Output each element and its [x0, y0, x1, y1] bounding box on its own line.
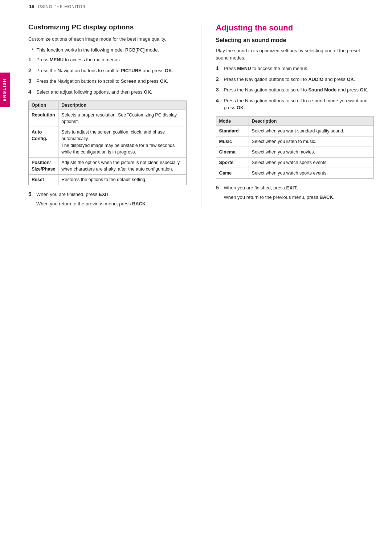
table-row: Cinema Select when you watch movies.	[216, 147, 374, 157]
table-cell-option: AutoConfig.	[29, 127, 58, 157]
table-header-option: Option	[29, 101, 58, 110]
left-intro-text: Customize options of each image mode for…	[28, 36, 187, 43]
right-main-title: Adjusting the sound	[216, 23, 374, 33]
table-cell-description: Adjusts the options when the picture is …	[58, 157, 186, 174]
table-row: Position/Size/Phase Adjusts the options …	[29, 157, 187, 174]
right-intro-text: Play the sound in its optimized settings…	[216, 47, 374, 61]
table-cell-description: Select when you watch movies.	[249, 147, 373, 157]
table-row: Sports Select when you watch sports even…	[216, 157, 374, 168]
left-finish-step: 5 When you are finished, press EXIT.	[28, 191, 187, 198]
right-step-3: 3 Press the Navigation buttons to scroll…	[216, 86, 374, 94]
left-column: Customizing PC display options Customize…	[28, 23, 187, 209]
table-cell-option: Position/Size/Phase	[29, 157, 58, 174]
content-area: Customizing PC display options Customize…	[10, 12, 392, 220]
right-steps-list: 1 Press MENU to access the main menus. 2…	[216, 65, 374, 111]
right-step-1: 1 Press MENU to access the main menus.	[216, 65, 374, 72]
table-row: Reset Restores the options to the defaul…	[29, 175, 187, 185]
sound-mode-table: Mode Description Standard Select when yo…	[216, 116, 374, 179]
right-finish-step: 5 When you are finished, press EXIT.	[216, 184, 374, 192]
table-row: AutoConfig. Sets to adjust the screen po…	[29, 127, 187, 157]
table-row: Standard Select when you want standard-q…	[216, 126, 374, 136]
table-cell-mode: Cinema	[216, 147, 249, 157]
right-column: Adjusting the sound Selecting an sound m…	[216, 23, 374, 209]
table-cell-mode: Standard	[216, 126, 249, 136]
left-section-title: Customizing PC display options	[28, 23, 187, 31]
table-cell-description: Select when you want standard-quality so…	[249, 126, 373, 136]
table-cell-option: Reset	[29, 175, 58, 185]
right-finish-subtext: When you return to the previous menu, pr…	[224, 194, 374, 201]
right-sub-title: Selecting an sound mode	[216, 37, 374, 44]
table-header-description: Description	[58, 101, 186, 110]
top-bar: 18 USING THE MONITOR	[0, 0, 392, 12]
left-step-2: 2 Press the Navigation buttons to scroll…	[28, 67, 187, 74]
table-cell-description: Select when you listen to music.	[249, 136, 373, 147]
table-cell-mode: Game	[216, 168, 249, 179]
table-cell-description: Sets to adjust the screen position, cloc…	[58, 127, 186, 157]
page-container: 18 USING THE MONITOR ENGLISH Customizing…	[0, 0, 392, 553]
page-section-title: USING THE MONITOR	[38, 4, 86, 9]
table-cell-mode: Music	[216, 136, 249, 147]
left-step-4: 4 Select and adjust following options, a…	[28, 89, 187, 96]
table-header-description: Description	[249, 116, 373, 126]
table-cell-description: Selects a proper resolution. See "Custom…	[58, 110, 186, 127]
bullet-item: This function works in the following mod…	[32, 46, 187, 54]
right-step-4: 4 Press the Navigation buttons to scroll…	[216, 97, 374, 111]
table-cell-mode: Sports	[216, 157, 249, 168]
left-step-1: 1 Press MENU to access the main menus.	[28, 56, 187, 64]
left-steps-list: 1 Press MENU to access the main menus. 2…	[28, 56, 187, 95]
bullet-text: This function works in the following mod…	[37, 46, 159, 54]
table-cell-description: Select when you watch sports events.	[249, 168, 373, 179]
sidebar-english-label: ENGLISH	[0, 73, 10, 107]
table-cell-option: Resolution	[29, 110, 58, 127]
right-step-2: 2 Press the Navigation buttons to scroll…	[216, 76, 374, 83]
table-row: Music Select when you listen to music.	[216, 136, 374, 147]
table-cell-description: Select when you watch sports events.	[249, 157, 373, 168]
table-row: Game Select when you watch sports events…	[216, 168, 374, 179]
left-finish-subtext: When you return to the previous menu, pr…	[36, 200, 187, 208]
page-number: 18	[29, 4, 34, 9]
options-table: Option Description Resolution Selects a …	[28, 101, 187, 185]
column-divider	[201, 23, 201, 209]
left-step-3: 3 Press the Navigation buttons to scroll…	[28, 78, 187, 85]
table-row: Resolution Selects a proper resolution. …	[29, 110, 187, 127]
table-header-mode: Mode	[216, 116, 249, 126]
table-cell-description: Restores the options to the default sett…	[58, 175, 186, 185]
